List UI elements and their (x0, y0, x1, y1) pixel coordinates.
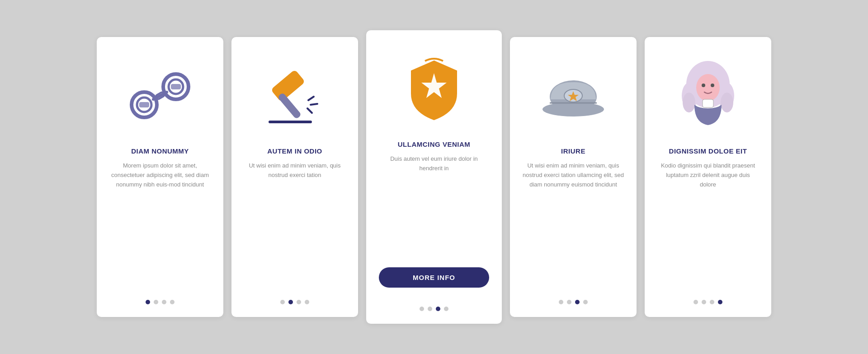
dot (436, 307, 440, 311)
handcuffs-icon (119, 55, 201, 136)
svg-rect-8 (271, 70, 306, 102)
card-1-title: DIAM NONUMMY (131, 147, 189, 155)
cards-container: DIAM NONUMMY Morem ipsum dolor sit amet,… (70, 12, 798, 342)
svg-line-11 (308, 97, 314, 100)
police-hat-icon (533, 55, 614, 136)
card-2-text: Ut wisi enim ad minim veniam, quis nostr… (244, 161, 345, 292)
dot (444, 307, 448, 311)
card-4-text: Ut wisi enim ad minim veniam, quis nostr… (523, 161, 624, 292)
badge-icon (393, 48, 475, 130)
svg-rect-28 (703, 99, 713, 107)
svg-line-13 (307, 108, 312, 113)
card-5-title: DIGNISSIM DOLOE EIT (669, 147, 747, 155)
card-4-dots (559, 292, 588, 304)
svg-rect-6 (139, 102, 149, 107)
gavel-icon (254, 55, 335, 136)
card-5-dots (693, 292, 722, 304)
dot (693, 300, 698, 304)
card-3: ULLAMCING VENIAM Duis autem vel eum iriu… (366, 30, 502, 324)
card-3-text: Duis autem vel eum iriure dolor in hendr… (379, 154, 489, 259)
dot (288, 300, 293, 304)
svg-point-22 (683, 93, 695, 112)
dot (170, 300, 175, 304)
svg-rect-9 (277, 92, 302, 119)
dot (420, 307, 424, 311)
card-2-title: AUTEM IN ODIO (267, 147, 322, 155)
card-1: DIAM NONUMMY Morem ipsum dolor sit amet,… (97, 37, 223, 317)
card-1-text: Morem ipsum dolor sit amet, consectetuer… (109, 161, 211, 292)
more-info-button[interactable]: MORE INFO (379, 267, 489, 288)
svg-point-27 (711, 84, 714, 87)
dot (428, 307, 432, 311)
card-4: IRIURE Ut wisi enim ad minim veniam, qui… (510, 37, 637, 317)
dot (567, 300, 571, 304)
dot (305, 300, 309, 304)
card-4-title: IRIURE (561, 147, 585, 155)
svg-point-24 (721, 93, 733, 112)
svg-line-12 (311, 104, 317, 105)
dot (559, 300, 563, 304)
judge-icon (667, 55, 749, 136)
card-2-dots (280, 292, 309, 304)
dot (575, 300, 580, 304)
card-1-dots (146, 292, 175, 304)
svg-point-25 (696, 74, 720, 101)
svg-point-26 (702, 84, 705, 87)
card-2: AUTEM IN ODIO Ut wisi enim ad minim veni… (231, 37, 358, 317)
card-3-dots (420, 298, 448, 311)
card-5: DIGNISSIM DOLOE EIT Kodio dignissim qui … (645, 37, 771, 317)
dot (710, 300, 714, 304)
dot (162, 300, 166, 304)
dot (702, 300, 706, 304)
dot (583, 300, 588, 304)
dot (280, 300, 285, 304)
dot (297, 300, 301, 304)
dot (146, 300, 150, 304)
dot (154, 300, 158, 304)
card-3-title: ULLAMCING VENIAM (398, 140, 471, 148)
dot (718, 300, 722, 304)
card-5-text: Kodio dignissim qui blandit praesent lup… (657, 161, 759, 292)
svg-rect-7 (171, 84, 181, 89)
